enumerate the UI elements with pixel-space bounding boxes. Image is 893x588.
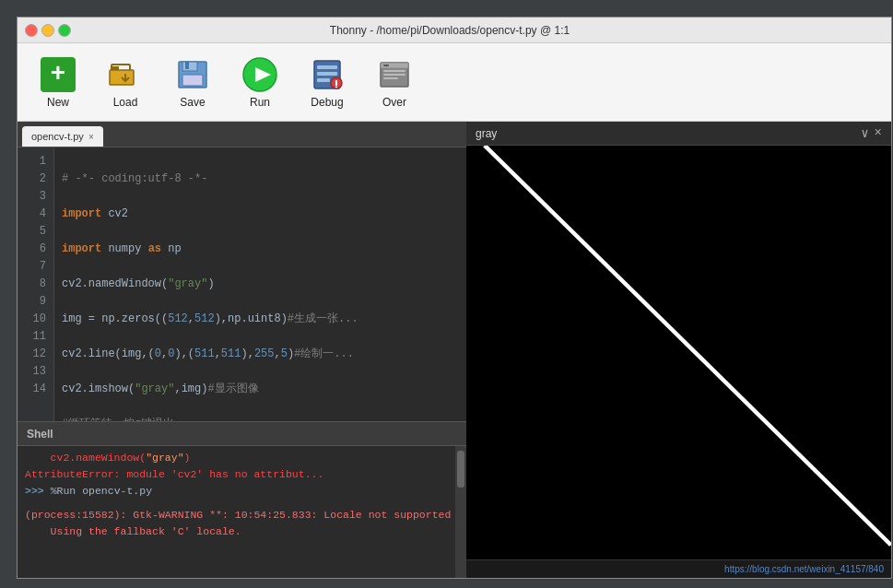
over-button[interactable]: Over [363,48,426,117]
svg-point-16 [335,86,337,88]
image-window-title: gray [476,127,497,140]
tab-filename: opencv-t.py [31,131,84,142]
tab-close-icon[interactable]: × [88,132,94,142]
toolbar: + New Load [18,43,891,122]
shell-warning-1: (process:15582): Gtk-WARNING **: 10:54:2… [25,507,448,523]
save-button[interactable]: Save [161,48,224,117]
main-window: Thonny - /home/pi/Downloads/opencv-t.py … [17,17,892,579]
debug-label: Debug [311,96,343,109]
code-line-3: import numpy as np [62,241,459,258]
svg-rect-6 [185,62,189,69]
over-icon [376,56,413,93]
load-icon [107,56,144,93]
shell-line-3: >>> %Run opencv-t.py [25,483,448,500]
image-chevron-button[interactable]: ∨ [861,125,868,141]
image-status-bar: https://blog.csdn.net/weixin_41157/840 [466,559,891,578]
save-icon [174,56,211,93]
close-button[interactable] [25,24,38,37]
editor-tab[interactable]: opencv-t.py × [22,126,103,147]
code-line-7: cv2.imshow("gray",img)#显示图像 [62,381,459,398]
line-numbers: 1 2 3 4 5 6 7 8 9 10 11 12 13 14 [18,147,54,421]
shell-line-2: AttributeError: module 'cv2' has no attr… [25,466,448,483]
new-button[interactable]: + New [27,48,89,117]
shell-body: cv2.nameWindow("gray") AttributeError: m… [18,446,466,578]
title-bar-buttons [25,24,71,37]
load-button[interactable]: Load [94,48,157,117]
shell-content[interactable]: cv2.nameWindow("gray") AttributeError: m… [18,446,455,578]
over-label: Over [382,96,406,109]
svg-rect-13 [317,78,330,82]
code-line-1: # -*- coding:utf-8 -*- [62,171,459,188]
code-line-5: img = np.zeros((512,512),np.uint8)#生成一张.… [62,311,459,328]
image-viewport [466,146,891,559]
image-title-controls: ∨ × [861,125,882,141]
svg-rect-12 [317,72,337,76]
run-icon [241,56,278,93]
svg-rect-22 [383,77,398,79]
svg-rect-20 [383,70,405,72]
shell-line-1: cv2.nameWindow("gray") [25,450,448,466]
code-line-6: cv2.line(img,(0,0),(511,511),255,5)#绘制一.… [62,346,459,363]
image-panel: gray ∨ × https://blog.csdn.net/weixin_41… [466,122,891,578]
image-title-bar: gray ∨ × [466,122,891,146]
run-label: Run [250,96,270,109]
svg-rect-23 [466,146,891,559]
code-line-2: import cv2 [62,206,459,223]
shell-label: Shell [27,428,53,441]
new-label: New [47,96,69,109]
status-url: https://blog.csdn.net/weixin_41157/840 [724,564,884,574]
maximize-button[interactable] [58,24,71,37]
svg-rect-11 [317,65,337,69]
content-area: opencv-t.py × 1 2 3 4 5 6 7 8 9 10 11 [18,122,891,578]
new-icon: + [40,56,76,93]
shell-panel: Shell cv2.nameWindow("gray") AttributeEr… [18,421,466,578]
tab-bar: opencv-t.py × [18,122,466,147]
svg-rect-5 [182,62,197,71]
run-button[interactable]: Run [229,48,291,117]
debug-icon [309,56,346,93]
code-content[interactable]: # -*- coding:utf-8 -*- import cv2 import… [54,147,466,421]
svg-rect-21 [383,74,405,76]
image-canvas [466,146,891,559]
shell-header: Shell [18,422,466,446]
svg-rect-19 [383,65,389,66]
image-close-button[interactable]: × [875,125,882,141]
svg-rect-7 [182,75,203,86]
debug-button[interactable]: Debug [296,48,358,117]
window-title: Thonny - /home/pi/Downloads/opencv-t.py … [71,24,828,37]
code-line-4: cv2.namedWindow("gray") [62,276,459,293]
shell-scrollbar-thumb[interactable] [457,451,464,488]
minimize-button[interactable] [41,24,54,37]
title-bar: Thonny - /home/pi/Downloads/opencv-t.py … [18,18,891,43]
left-panel: opencv-t.py × 1 2 3 4 5 6 7 8 9 10 11 [18,122,466,578]
code-editor[interactable]: 1 2 3 4 5 6 7 8 9 10 11 12 13 14 # -*- c… [18,147,466,421]
save-label: Save [180,96,205,109]
shell-warning-2: Using the fallback 'C' locale. [25,523,448,540]
load-label: Load [113,96,138,109]
shell-scrollbar[interactable] [455,446,466,578]
